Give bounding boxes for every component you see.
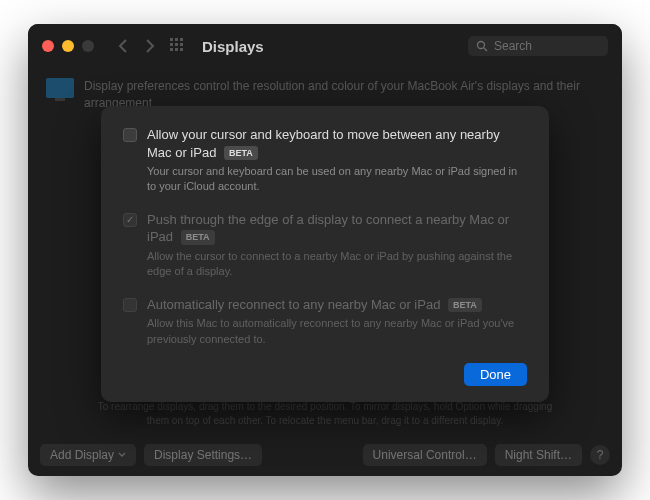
option-allow-cursor-keyboard: Allow your cursor and keyboard to move b…: [123, 126, 527, 195]
close-window-button[interactable]: [42, 40, 54, 52]
search-field[interactable]: Search: [468, 36, 608, 56]
forward-button[interactable]: [140, 36, 160, 56]
beta-badge: BETA: [448, 298, 482, 312]
done-button[interactable]: Done: [464, 363, 527, 386]
universal-control-sheet: Allow your cursor and keyboard to move b…: [101, 106, 549, 402]
checkbox-push-through-edge: [123, 213, 137, 227]
checkbox-auto-reconnect: [123, 298, 137, 312]
help-button[interactable]: ?: [590, 445, 610, 465]
checkbox-allow-cursor-keyboard[interactable]: [123, 128, 137, 142]
option-description: Allow the cursor to connect to a nearby …: [147, 249, 527, 280]
search-placeholder: Search: [494, 39, 532, 53]
option-title: Allow your cursor and keyboard to move b…: [147, 126, 527, 161]
grid-icon: [170, 38, 186, 54]
display-settings-button[interactable]: Display Settings…: [144, 444, 262, 466]
night-shift-button[interactable]: Night Shift…: [495, 444, 582, 466]
chevron-down-icon: [118, 452, 126, 458]
minimize-window-button[interactable]: [62, 40, 74, 52]
preferences-window: Displays Search Display preferences cont…: [28, 24, 622, 476]
search-icon: [476, 40, 488, 52]
add-display-button[interactable]: Add Display: [40, 444, 136, 466]
zoom-window-button[interactable]: [82, 40, 94, 52]
svg-line-1: [484, 48, 487, 51]
titlebar: Displays Search: [28, 24, 622, 68]
sheet-footer: Done: [123, 363, 527, 386]
display-icon: [46, 78, 74, 98]
window-controls: [42, 40, 94, 52]
arrangement-hint: To rearrange displays, drag them to the …: [28, 400, 622, 428]
back-button[interactable]: [112, 36, 132, 56]
option-description: Allow this Mac to automatically reconnec…: [147, 316, 527, 347]
show-all-button[interactable]: [168, 36, 188, 56]
beta-badge: BETA: [181, 230, 215, 244]
window-title: Displays: [202, 38, 264, 55]
option-push-through-edge: Push through the edge of a display to co…: [123, 211, 527, 280]
option-auto-reconnect: Automatically reconnect to any nearby Ma…: [123, 296, 527, 347]
universal-control-button[interactable]: Universal Control…: [363, 444, 487, 466]
option-description: Your cursor and keyboard can be used on …: [147, 164, 527, 195]
option-title: Automatically reconnect to any nearby Ma…: [147, 296, 527, 314]
svg-point-0: [478, 42, 485, 49]
bottom-toolbar: Add Display Display Settings… Universal …: [40, 444, 610, 466]
beta-badge: BETA: [224, 146, 258, 160]
option-title: Push through the edge of a display to co…: [147, 211, 527, 246]
